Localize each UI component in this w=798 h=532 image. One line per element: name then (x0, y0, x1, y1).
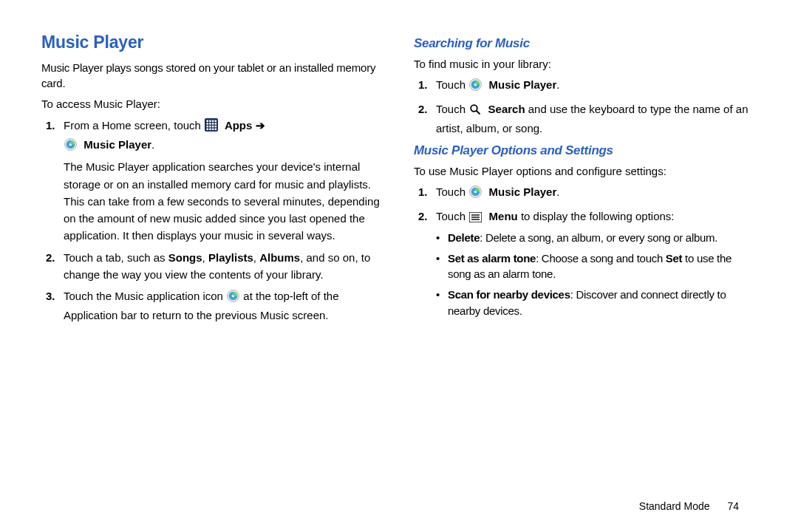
footer-mode: Standard Mode (639, 500, 710, 512)
step-content: Touch Music Player. (436, 183, 757, 202)
albums-label: Albums (259, 251, 300, 264)
two-column-layout: Music Player Music Player plays songs st… (41, 30, 757, 329)
svg-rect-1 (207, 120, 209, 122)
text: and use the keyboard to type the name of… (436, 103, 748, 134)
music-player-label: Music Player (485, 185, 556, 198)
text: Touch (436, 185, 468, 198)
svg-rect-16 (215, 128, 217, 130)
step-content: Touch Search and use the keyboard to typ… (436, 100, 757, 137)
set-alarm-label: Set as alarm tone (448, 252, 536, 265)
list-item: 2. Touch a tab, such as Songs, Playlists… (41, 249, 384, 284)
svg-rect-12 (215, 126, 217, 128)
text: Touch a tab, such as (64, 251, 168, 264)
svg-rect-6 (209, 123, 211, 125)
svg-rect-3 (212, 120, 214, 122)
svg-rect-7 (212, 123, 214, 125)
searching-heading: Searching for Music (414, 34, 757, 53)
music-player-icon (469, 185, 482, 202)
options-heading: Music Player Options and Settings (414, 141, 757, 160)
bullet-icon: • (436, 250, 448, 283)
step-number: 3. (41, 287, 64, 324)
step-number: 2. (414, 100, 436, 137)
arrow: ➔ (256, 119, 265, 132)
text: Music Player (489, 185, 557, 198)
text: Search (488, 103, 525, 115)
search-steps-list: 1. Touch Music Player. 2. (414, 76, 757, 137)
options-bullets: • Delete: Delete a song, an album, or ev… (436, 230, 757, 319)
intro-paragraph: Music Player plays songs stored on your … (41, 60, 384, 92)
svg-rect-5 (207, 123, 209, 125)
step-content: Touch a tab, such as Songs, Playlists, A… (64, 249, 384, 284)
text: Touch (436, 78, 468, 91)
svg-rect-8 (215, 123, 217, 125)
page-title: Music Player (41, 30, 384, 55)
list-item: 1. Touch Music Player. (414, 183, 757, 202)
text: From a Home screen, touch (64, 119, 204, 132)
set-label: Set (666, 252, 682, 265)
access-lead: To access Music Player: (41, 96, 384, 112)
text: . (151, 138, 154, 151)
search-label: Search (485, 103, 525, 115)
bullet-content: Scan for nearby devices: Discover and co… (448, 287, 757, 319)
step-number: 1. (414, 76, 436, 95)
list-item: 1. Touch Music Player. (414, 76, 757, 95)
list-item: • Scan for nearby devices: Discover and … (436, 287, 757, 319)
bullet-content: Set as alarm tone: Choose a song and tou… (448, 250, 757, 283)
step-content: Touch the Music application icon at the … (64, 287, 384, 324)
svg-rect-13 (207, 128, 209, 130)
text: Menu (489, 210, 518, 222)
page-footer: Standard Mode 74 (639, 499, 739, 514)
svg-rect-10 (209, 126, 211, 128)
search-icon (469, 103, 481, 120)
step-content: Touch Menu to display the following opti… (436, 208, 757, 324)
text: : Delete a song, an album, or every song… (480, 231, 717, 244)
text: , (202, 251, 208, 264)
bullet-content: Delete: Delete a song, an album, or ever… (448, 230, 717, 246)
bullet-icon: • (436, 287, 448, 319)
options-intro: To use Music Player options and configur… (414, 163, 757, 180)
svg-rect-11 (212, 126, 214, 128)
options-steps-list: 1. Touch Music Player. 2. (414, 183, 757, 323)
search-intro: To find music in your library: (414, 56, 757, 72)
delete-label: Delete (448, 231, 480, 244)
text: Music Player (83, 138, 151, 151)
music-player-icon (469, 78, 482, 95)
list-item: 3. Touch the Music application icon at t… (41, 287, 384, 324)
apps-grid-icon (205, 118, 218, 136)
text: . (556, 78, 559, 91)
step-content: From a Home screen, touch A (64, 117, 384, 245)
text: Apps (225, 119, 253, 132)
music-player-icon (227, 290, 239, 307)
text: . (556, 185, 559, 198)
left-column: Music Player Music Player plays songs st… (41, 30, 384, 329)
bullet-icon: • (436, 230, 448, 246)
step-number: 2. (414, 208, 436, 324)
text: Touch (436, 103, 468, 115)
svg-line-27 (477, 111, 480, 114)
svg-rect-15 (212, 128, 214, 130)
scan-label: Scan for nearby devices (448, 288, 570, 301)
text: Touch (436, 210, 468, 222)
text: Touch the Music application icon (64, 290, 226, 302)
text: : Choose a song and touch (536, 252, 666, 265)
page-number: 74 (727, 500, 739, 512)
apps-label: Apps (222, 119, 252, 132)
music-player-label: Music Player (81, 138, 151, 151)
playlists-label: Playlists (208, 251, 253, 264)
list-item: 1. From a Home screen, touch (41, 117, 384, 245)
step-content: Touch Music Player. (436, 76, 757, 95)
menu-icon (469, 210, 482, 227)
svg-rect-4 (215, 120, 217, 122)
text: Music Player (489, 78, 557, 91)
svg-rect-14 (209, 128, 211, 130)
list-item: • Delete: Delete a song, an album, or ev… (436, 230, 757, 246)
svg-rect-2 (209, 120, 211, 122)
step-number: 2. (41, 249, 64, 284)
list-item: 2. Touch Search and use the keyboard to … (414, 100, 757, 137)
right-column: Searching for Music To find music in you… (414, 30, 757, 329)
music-player-label: Music Player (485, 78, 556, 91)
menu-label: Menu (485, 210, 517, 222)
svg-rect-9 (207, 126, 209, 128)
step-number: 1. (414, 183, 436, 202)
text: to display the following options: (518, 210, 675, 222)
